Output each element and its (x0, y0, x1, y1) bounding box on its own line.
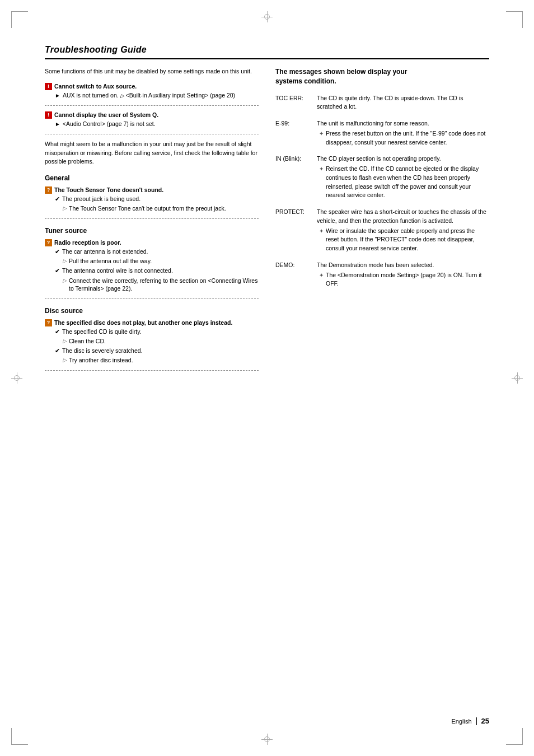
error-row-protect: PROTECT: The speaker wire has a short-ci… (275, 208, 489, 253)
warning-label-disc: The specified disc does not play, but an… (54, 319, 232, 326)
sub-text-touch-1: The preout jack is being used. (62, 195, 140, 203)
action-text-e99: Press the reset button on the unit. If t… (326, 129, 489, 147)
question-icon-touch: ? (45, 186, 52, 194)
crop-mark-tl (11, 11, 28, 28)
sub-item-aux: ► AUX is not turned on. ▷ <Built-in Auxi… (55, 91, 259, 100)
sub-item-systemq: ► <Audio Control> (page 7) is not set. (55, 120, 259, 128)
warning-item-touch: ? The Touch Sensor Tone doesn't sound. ✔… (45, 186, 259, 213)
sub-sub-text-radio-1: Pull the antenna out all the way. (69, 257, 152, 265)
action-text-protect: Wire or insulate the speaker cable prope… (326, 227, 489, 253)
ipp-icon-radio-1: ▷ (63, 258, 67, 265)
warning-header-disc: ? The specified disc does not play, but … (45, 319, 259, 326)
error-row-e99: E-99: The unit is malfunctioning for som… (275, 119, 489, 147)
error-table: TOC ERR: The CD is quite dirty. The CD i… (275, 94, 489, 289)
warning-label-systemq: Cannot display the user of System Q. (54, 111, 158, 118)
content-area: Some functions of this unit may be disab… (45, 67, 489, 376)
error-action-protect: ✦ Wire or insulate the speaker cable pro… (319, 227, 489, 253)
error-row-tocerr: TOC ERR: The CD is quite dirty. The CD i… (275, 94, 489, 112)
warning-label-touch: The Touch Sensor Tone doesn't sound. (54, 186, 163, 193)
ipp-icon-radio-2: ▷ (63, 277, 67, 284)
error-code-protect: PROTECT: (275, 208, 310, 217)
action-arrow-e99: ✦ (319, 129, 324, 138)
sub-sub-item-radio-2: ▷ Connect the wire correctly, referring … (63, 277, 259, 293)
sub-text-systemq: <Audio Control> (page 7) is not set. (63, 120, 156, 128)
sub-sub-item-disc-2: ▷ Try another disc instead. (63, 356, 259, 365)
error-row-demo: DEMO: The Demonstration mode has been se… (275, 261, 489, 288)
ipp-icon-touch-1: ▷ (63, 205, 67, 212)
intro-text: Some functions of this unit may be disab… (45, 67, 259, 76)
sub-text-disc-1: The specified CD is quite dirty. (62, 328, 142, 336)
arrow-icon-systemq: ► (55, 120, 60, 128)
warning-header-touch: ? The Touch Sensor Tone doesn't sound. (45, 186, 259, 194)
warning-header-aux: ! Cannot switch to Aux source. (45, 83, 259, 90)
footer-inner: English 25 (451, 717, 489, 725)
check-icon-radio-2: ✔ (55, 267, 60, 275)
sub-item-disc-2: ✔ The disc is severely scratched. (55, 347, 259, 355)
check-icon-radio-1: ✔ (55, 248, 60, 256)
action-arrow-protect: ✦ (319, 227, 324, 235)
sub-sub-item-disc-1: ▷ Clean the CD. (63, 337, 259, 346)
footer-lang: English (451, 718, 471, 725)
ipp-icon-disc-2: ▷ (63, 357, 67, 364)
question-icon-radio: ? (45, 239, 52, 246)
error-desc-e99: The unit is malfunctioning for some reas… (317, 119, 489, 147)
left-column: Some functions of this unit may be disab… (45, 67, 259, 376)
error-desc-tocerr: The CD is quite dirty. The CD is upside-… (317, 94, 489, 112)
reg-mark-left (11, 372, 22, 384)
warning-header-radio: ? Radio reception is poor. (45, 239, 259, 246)
right-column: The messages shown below display yoursys… (275, 67, 489, 376)
dashed-line-5 (45, 370, 259, 371)
dashed-line-4 (45, 298, 259, 299)
sub-item-radio-2: ✔ The antenna control wire is not connec… (55, 267, 259, 275)
sub-sub-item-radio-1: ▷ Pull the antenna out all the way. (63, 257, 259, 265)
sub-item-disc-1: ✔ The specified CD is quite dirty. (55, 328, 259, 336)
warning-item-radio: ? Radio reception is poor. ✔ The car ant… (45, 239, 259, 293)
sub-text-radio-2: The antenna control wire is not connecte… (62, 267, 173, 275)
reg-mark-top (261, 11, 273, 22)
dashed-line-2 (45, 134, 259, 134)
error-desc-inblink: The CD player section is not operating p… (317, 155, 489, 200)
error-code-e99: E-99: (275, 119, 310, 128)
error-row-inblink: IN (Blink): The CD player section is not… (275, 155, 489, 200)
warning-icon-aux: ! (45, 83, 52, 90)
reg-mark-right (512, 372, 523, 384)
check-icon-disc-1: ✔ (55, 328, 60, 336)
warning-header-systemq: ! Cannot display the user of System Q. (45, 111, 259, 119)
check-icon-disc-2: ✔ (55, 347, 60, 355)
error-desc-protect: The speaker wire has a short-circuit or … (317, 208, 489, 253)
crop-mark-bl (11, 728, 28, 745)
check-icon-touch-1: ✔ (55, 195, 60, 203)
sub-sub-text-touch-1: The Touch Sensor Tone can't be output fr… (69, 204, 226, 213)
action-arrow-inblink: ✦ (319, 165, 324, 173)
dashed-line-1 (45, 105, 259, 106)
page-footer: English 25 (451, 717, 489, 725)
question-icon-disc: ? (45, 319, 52, 326)
section-title-general: General (45, 174, 259, 182)
sub-sub-item-touch-1: ▷ The Touch Sensor Tone can't be output … (63, 204, 259, 213)
error-desc-demo: The Demonstration mode has been selected… (317, 261, 489, 288)
action-arrow-demo: ✦ (319, 271, 324, 279)
crop-mark-tr (506, 11, 523, 28)
warning-item-disc: ? The specified disc does not play, but … (45, 319, 259, 365)
page-container: Troubleshooting Guide Some functions of … (0, 0, 534, 756)
error-code-demo: DEMO: (275, 261, 310, 270)
sub-sub-text-disc-2: Try another disc instead. (69, 356, 133, 365)
systems-title: The messages shown below display yoursys… (275, 67, 489, 86)
crop-mark-br (506, 728, 523, 745)
error-code-inblink: IN (Blink): (275, 155, 310, 164)
section-title-tuner: Tuner source (45, 227, 259, 235)
warning-label-radio: Radio reception is poor. (54, 239, 121, 246)
error-action-e99: ✦ Press the reset button on the unit. If… (319, 129, 489, 147)
warning-item-systemq: ! Cannot display the user of System Q. ►… (45, 111, 259, 128)
sub-sub-text-disc-1: Clean the CD. (69, 337, 106, 346)
ipp-icon-disc-1: ▷ (63, 338, 67, 345)
warning-label-aux: Cannot switch to Aux source. (54, 83, 137, 90)
footer-divider (476, 717, 477, 725)
section-title-disc: Disc source (45, 307, 259, 315)
sub-text-disc-2: The disc is severely scratched. (62, 347, 143, 355)
sub-text-aux: AUX is not turned on. ▷ <Built-in Auxili… (63, 91, 235, 100)
reg-mark-bottom (261, 734, 273, 745)
dashed-line-3 (45, 218, 259, 219)
footer-page-number: 25 (481, 717, 489, 725)
sub-item-touch-1: ✔ The preout jack is being used. (55, 195, 259, 203)
